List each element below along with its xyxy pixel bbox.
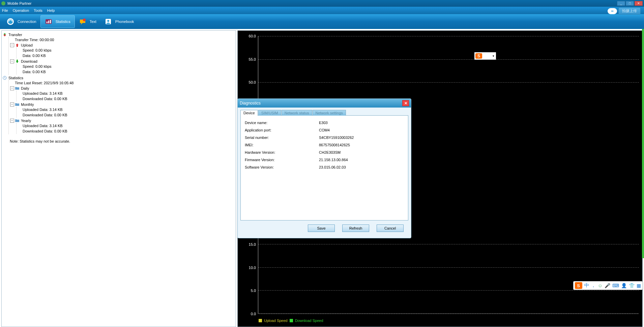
ime-mic-icon[interactable]: 🎤 <box>605 283 610 288</box>
tree-monthly-label: Monthly <box>21 102 34 107</box>
dropdown-icon[interactable]: ▾ <box>492 54 495 58</box>
toolbar: Connection Statistics Text Phonebook <box>0 14 644 29</box>
folder-icon <box>15 86 20 91</box>
tree-monthly-down: Downloaded Data: 0.00 KB <box>18 113 235 117</box>
tree-daily-label: Daily <box>21 86 29 90</box>
legend-upload-label: Upload Speed <box>264 319 288 323</box>
upload-icon <box>15 43 20 48</box>
imei-value: 867575008142625 <box>319 141 350 149</box>
collapse-icon[interactable]: − <box>10 43 14 47</box>
tree-download-speed-label: Speed: 0.00 kbps <box>23 64 52 68</box>
grid-line <box>258 59 639 60</box>
toolbar-phonebook[interactable]: Phonebook <box>100 15 138 28</box>
tree-daily-up: Uploaded Data: 3.14 KB <box>18 91 235 96</box>
menubar: File Operation Tools Help ∞ 拍摄上传 <box>0 7 644 14</box>
ime-keyboard-icon[interactable]: ⌨ <box>612 283 619 288</box>
tree-download[interactable]: −Download <box>10 59 235 64</box>
ime-floating-badge[interactable]: S ▾ <box>474 52 496 60</box>
firmware-version-key: Firmware Version: <box>245 156 319 164</box>
y-tick-label: 15.0 <box>249 242 256 246</box>
tree-yearly-down: Downloaded Data: 0.00 KB <box>18 129 235 133</box>
menu-file[interactable]: File <box>2 8 8 12</box>
collapse-icon[interactable]: − <box>10 119 14 123</box>
ime-toolbox-icon[interactable]: ▦ <box>637 283 641 288</box>
tab-pane-device: Device name:E303 Application port:COM4 S… <box>240 115 408 220</box>
grid-line <box>258 36 639 36</box>
ime-toolbar[interactable]: S 中 ， ☺ 🎤 ⌨ 👤 👕 ▦ <box>573 281 643 290</box>
tab-device[interactable]: Device <box>240 110 258 116</box>
tree-yearly[interactable]: −Yearly <box>10 118 235 123</box>
menu-help[interactable]: Help <box>47 8 55 12</box>
legend-swatch-download <box>290 319 293 322</box>
collapse-icon[interactable]: − <box>10 86 14 90</box>
app-icon <box>1 1 5 5</box>
ime-lang-icon[interactable]: 中 <box>584 283 589 289</box>
tree-transfer-label: Transfer <box>8 33 22 37</box>
device-name-value: E303 <box>319 119 328 126</box>
refresh-button[interactable]: Refresh <box>342 225 369 232</box>
serial-number-key: Serial number: <box>245 134 319 141</box>
clock-icon <box>2 76 7 80</box>
statistics-note: Note: Statistics may not be accurate. <box>10 139 235 143</box>
firmware-version-value: 21.158.13.00.864 <box>319 156 348 164</box>
upload-plugin[interactable]: ∞ 拍摄上传 <box>608 7 641 14</box>
tree-upload[interactable]: −Upload <box>10 43 235 48</box>
y-tick-label: 0.0 <box>251 312 256 316</box>
tree-upload-data: Data: 0.00 KB <box>18 53 235 58</box>
tree-monthly[interactable]: −Monthly <box>10 102 235 107</box>
dialog-titlebar[interactable]: Diagnostics ✕ <box>238 99 411 108</box>
dialog-tabs: Device SIM/USIM Network status Network s… <box>240 110 408 115</box>
tab-sim-usim[interactable]: SIM/USIM <box>258 110 281 116</box>
y-tick-label: 55.0 <box>249 57 256 61</box>
chart-legend: Upload Speed Download Speed <box>259 319 323 323</box>
toolbar-statistics-label: Statistics <box>56 20 70 24</box>
toolbar-connection[interactable]: Connection <box>3 15 40 28</box>
tree-statistics[interactable]: Statistics <box>2 76 235 80</box>
menu-operation[interactable]: Operation <box>13 8 29 12</box>
ime-punct-icon[interactable]: ， <box>591 283 596 289</box>
dialog-title: Diagnostics <box>240 101 402 106</box>
phonebook-icon <box>105 18 112 25</box>
serial-number-value: S4CBY15910003262 <box>319 134 354 141</box>
ime-person-icon[interactable]: 👤 <box>621 283 627 288</box>
ime-skin-icon[interactable]: 👕 <box>629 283 635 288</box>
tree-daily[interactable]: −Daily <box>10 86 235 91</box>
tree-statistics-label: Statistics <box>8 76 23 80</box>
y-tick-label: 50.0 <box>249 80 256 84</box>
toolbar-text[interactable]: Text <box>75 15 100 28</box>
menu-tools[interactable]: Tools <box>34 8 42 12</box>
grid-line <box>258 314 639 314</box>
cancel-button[interactable]: Cancel <box>377 225 404 232</box>
screen-edge-strip <box>642 29 644 258</box>
tree-monthly-up-label: Uploaded Data: 3.14 KB <box>23 108 63 112</box>
folder-icon <box>15 102 20 107</box>
tree-transfer[interactable]: Transfer <box>2 32 235 37</box>
svg-rect-4 <box>48 21 49 23</box>
tree-download-label: Download <box>21 59 37 63</box>
diagnostics-dialog: Diagnostics ✕ Device SIM/USIM Network st… <box>237 98 411 238</box>
save-button[interactable]: Save <box>308 225 335 232</box>
tree-download-data-label: Data: 0.00 KB <box>23 70 46 74</box>
connection-icon <box>7 18 14 25</box>
ime-emoji-icon[interactable]: ☺ <box>598 283 603 288</box>
tab-network-settings[interactable]: Network settings <box>313 110 346 116</box>
collapse-icon[interactable]: − <box>10 59 14 63</box>
tree-daily-down: Downloaded Data: 0.00 KB <box>18 96 235 101</box>
tab-network-status[interactable]: Network status <box>282 110 312 116</box>
tree-yearly-down-label: Downloaded Data: 0.00 KB <box>23 129 67 133</box>
tree-download-data: Data: 0.00 KB <box>18 69 235 74</box>
y-tick-label: 5.0 <box>251 289 256 293</box>
toolbar-text-label: Text <box>90 20 96 24</box>
close-button[interactable]: ✕ <box>635 1 643 6</box>
tree-transfer-time: Transfer Time: 00:00:00 <box>10 37 235 42</box>
sogou-icon[interactable]: S <box>575 282 582 289</box>
maximize-button[interactable]: □ <box>626 1 634 6</box>
tree-time-last-reset-label: Time Last Reset: 2021/9/9 16:05:48 <box>15 81 74 85</box>
tree-daily-up-label: Uploaded Data: 3.14 KB <box>23 91 63 95</box>
minimize-button[interactable]: _ <box>617 1 625 6</box>
toolbar-phonebook-label: Phonebook <box>115 20 134 24</box>
dialog-close-icon[interactable]: ✕ <box>402 100 409 106</box>
software-version-key: Software Version: <box>245 164 319 171</box>
collapse-icon[interactable]: − <box>10 102 14 107</box>
toolbar-statistics[interactable]: Statistics <box>40 15 75 28</box>
